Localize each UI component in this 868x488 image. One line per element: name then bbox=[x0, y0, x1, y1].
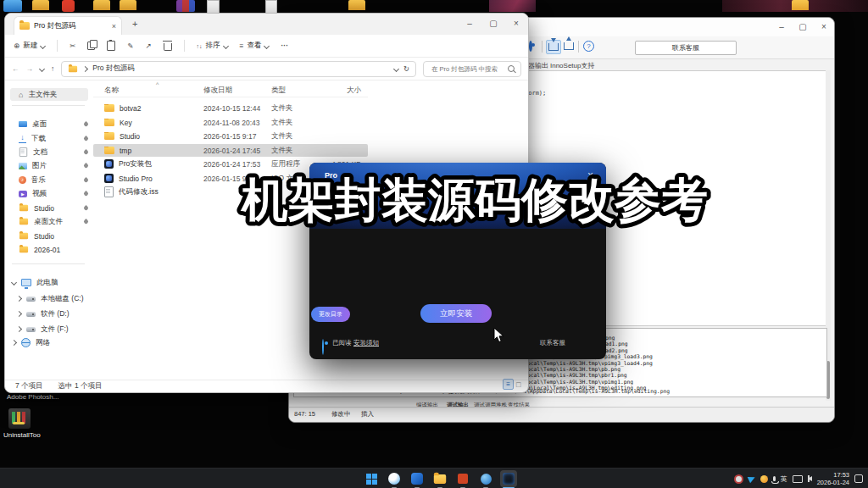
minimize-icon[interactable]: – bbox=[465, 19, 475, 28]
back-icon[interactable]: ← bbox=[12, 64, 19, 73]
tab-close-icon[interactable]: × bbox=[112, 22, 116, 30]
share-icon[interactable]: ↗ bbox=[145, 42, 151, 50]
desktop-icon-folder[interactable] bbox=[32, 0, 49, 10]
agree-radio[interactable] bbox=[322, 339, 324, 355]
import-icon[interactable] bbox=[546, 40, 561, 54]
tray-volume-icon[interactable] bbox=[808, 476, 812, 481]
sidebar-item-desktop-files[interactable]: 桌面文件 bbox=[10, 215, 88, 228]
taskbar-app-studio-active[interactable] bbox=[500, 470, 517, 487]
sidebar-item-network[interactable]: 网络 bbox=[10, 336, 88, 349]
rename-icon[interactable]: ✎ bbox=[127, 42, 133, 50]
chevron-right-icon[interactable] bbox=[11, 340, 17, 346]
sidebar-item-this-pc[interactable]: 此电脑 bbox=[10, 276, 88, 289]
copy-icon[interactable] bbox=[87, 42, 95, 50]
sidebar-item-studio[interactable]: Studio bbox=[10, 202, 88, 214]
maximize-icon[interactable]: ▢ bbox=[798, 22, 808, 31]
new-button[interactable]: ⊕ 新建 bbox=[14, 41, 45, 51]
forward-icon[interactable]: → bbox=[26, 64, 34, 73]
change-directory-button[interactable]: 更改目录 bbox=[311, 307, 350, 322]
sidebar-item-disk-c[interactable]: 本地磁盘 (C:) bbox=[10, 292, 88, 305]
contact-support-button[interactable]: 联系客服 bbox=[635, 41, 737, 55]
sidebar-item-videos[interactable]: ▶视频 bbox=[10, 187, 88, 200]
menu-icon[interactable]: ≡ bbox=[503, 379, 514, 390]
tray-record-icon[interactable] bbox=[734, 474, 743, 484]
column-size[interactable]: 大小 bbox=[320, 86, 361, 96]
more-icon[interactable]: ··· bbox=[281, 42, 288, 50]
install-now-button[interactable]: 立即安装 bbox=[420, 304, 492, 323]
tab-innosetup-support[interactable]: InnoSetup支持 bbox=[550, 61, 594, 70]
desktop-icon-folder[interactable] bbox=[120, 0, 136, 10]
file-row[interactable]: Key 2024-11-08 20:43 文件夹 bbox=[93, 116, 368, 129]
desktop-icon-winrar[interactable] bbox=[176, 0, 195, 12]
sort-button[interactable]: ↑↓ 排序 bbox=[197, 41, 228, 51]
close-icon[interactable]: × bbox=[511, 19, 521, 28]
sidebar-item-home[interactable]: ⌂ 主文件夹 bbox=[10, 88, 88, 101]
address-bar[interactable]: Pro 封包源码 ↻ bbox=[61, 61, 416, 77]
sidebar-item-music[interactable]: ♪音乐 bbox=[10, 174, 88, 186]
restore-icon[interactable]: □ bbox=[516, 380, 520, 389]
up-icon[interactable]: ↑ bbox=[51, 64, 54, 73]
sidebar-item-desktop[interactable]: 桌面 bbox=[10, 118, 88, 130]
address-dropdown-icon[interactable] bbox=[393, 65, 399, 71]
record-icon[interactable] bbox=[529, 41, 532, 52]
close-icon[interactable]: × bbox=[819, 22, 829, 31]
explorer-tab[interactable]: Pro 封包源码 × bbox=[14, 16, 122, 35]
desktop-icon-blue-app[interactable] bbox=[3, 0, 22, 12]
sidebar-item-pictures[interactable]: 图片 bbox=[10, 159, 88, 172]
history-chevron-icon[interactable] bbox=[39, 65, 45, 71]
delete-icon[interactable] bbox=[164, 43, 172, 51]
view-button[interactable]: ≡ 查看 bbox=[240, 41, 270, 51]
uninstall-tool-icon[interactable] bbox=[8, 408, 31, 429]
sidebar-item-2026-01[interactable]: 2026-01 bbox=[10, 243, 88, 256]
contact-support-link[interactable]: 联系客服 bbox=[540, 339, 565, 347]
notification-icon[interactable] bbox=[854, 474, 863, 483]
tray-network-icon[interactable] bbox=[793, 475, 803, 483]
chevron-down-icon[interactable] bbox=[11, 280, 17, 286]
chevron-right-icon[interactable] bbox=[16, 326, 22, 332]
sidebar-item-studio-2[interactable]: Studio bbox=[10, 230, 88, 242]
desktop-icon-document[interactable] bbox=[207, 0, 220, 14]
tray-telegram-icon[interactable] bbox=[747, 474, 756, 484]
desktop-icon-folder[interactable] bbox=[93, 0, 110, 10]
taskbar-app-file-explorer[interactable] bbox=[431, 470, 448, 487]
desktop-icon-label[interactable]: Adobe Photosh... bbox=[7, 393, 58, 401]
tray-app-icon[interactable] bbox=[760, 475, 768, 483]
column-name[interactable]: 名称 bbox=[93, 86, 203, 96]
taskbar-app-search[interactable] bbox=[386, 470, 403, 487]
desktop-icon-document[interactable] bbox=[265, 0, 277, 14]
sidebar-item-disk-d[interactable]: 软件 (D:) bbox=[10, 308, 88, 320]
paste-icon[interactable] bbox=[107, 41, 115, 51]
sidebar-item-disk-f[interactable]: 文件 (F:) bbox=[10, 323, 88, 336]
tray-microphone-icon[interactable] bbox=[773, 476, 776, 481]
column-type[interactable]: 类型 bbox=[271, 86, 320, 96]
search-box[interactable] bbox=[423, 61, 521, 77]
file-row-selected[interactable]: tmp 2026-01-24 17:45 文件夹 bbox=[93, 144, 368, 157]
file-row[interactable]: botva2 2024-10-15 12:44 文件夹 bbox=[93, 102, 368, 114]
taskbar-app-powerpoint[interactable] bbox=[454, 470, 471, 487]
taskbar-app-browser[interactable] bbox=[409, 470, 426, 487]
chevron-right-icon[interactable] bbox=[16, 311, 22, 317]
new-tab-icon[interactable]: + bbox=[132, 19, 137, 29]
cut-icon[interactable]: ✂ bbox=[70, 42, 75, 50]
sidebar-item-documents[interactable]: 文档 bbox=[10, 146, 88, 158]
chevron-right-icon[interactable] bbox=[16, 296, 22, 302]
export-icon[interactable] bbox=[562, 40, 576, 53]
taskbar-app-ie[interactable] bbox=[477, 470, 494, 487]
desktop-icon-folder[interactable] bbox=[348, 0, 365, 10]
maximize-icon[interactable]: ▢ bbox=[488, 19, 498, 28]
desktop-icon-folder[interactable] bbox=[792, 0, 809, 10]
install-notice-link[interactable]: 安装须知 bbox=[353, 339, 379, 347]
refresh-icon[interactable]: ↻ bbox=[403, 64, 409, 73]
help-icon[interactable]: ? bbox=[583, 41, 594, 52]
breadcrumb[interactable]: Pro 封包源码 bbox=[92, 64, 389, 74]
desktop-icon-label[interactable]: UninstallToo bbox=[3, 431, 41, 439]
sidebar-item-downloads[interactable]: ↓下载 bbox=[10, 132, 88, 145]
minimize-icon[interactable]: – bbox=[776, 22, 787, 31]
clock[interactable]: 17:53 2026-01-24 bbox=[817, 471, 849, 486]
search-input[interactable] bbox=[430, 64, 503, 74]
start-button[interactable] bbox=[363, 470, 380, 487]
file-row[interactable]: Studio 2026-01-15 9:17 文件夹 bbox=[93, 130, 368, 142]
ime-indicator[interactable]: 英 bbox=[781, 474, 787, 484]
column-date[interactable]: 修改日期 bbox=[203, 86, 271, 96]
desktop-icon-red-app[interactable] bbox=[62, 0, 75, 12]
